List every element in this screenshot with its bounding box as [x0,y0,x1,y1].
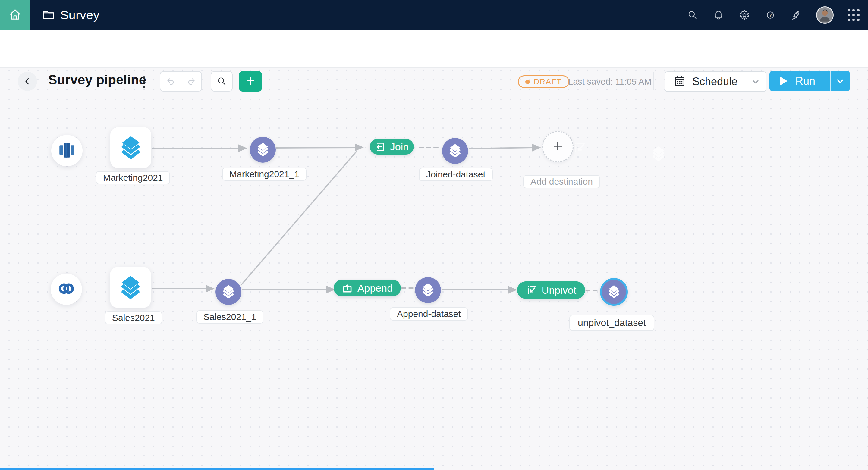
folder-icon [42,8,55,22]
transform-node-unpivot[interactable]: Unpivot [517,281,585,299]
dataset-layers-icon [448,144,462,158]
dataset-layers-icon [421,283,435,298]
undo-redo-group [160,71,202,92]
title-more-menu[interactable] [141,76,148,88]
workspace-breadcrumb[interactable]: Survey [42,0,100,30]
ghost-unpivot-icon [572,141,587,156]
dataset-node-unpivot[interactable] [600,278,628,306]
join-label: Join [390,141,409,153]
whats-new-rocket-icon[interactable] [790,9,802,21]
calendar-icon [674,75,686,88]
stage-node-marketing-1[interactable] [250,137,276,163]
redshift-icon [59,142,75,159]
avatar[interactable] [816,6,834,24]
search-icon[interactable] [687,9,699,21]
topbar-actions: ? [687,0,860,30]
dataset-card-marketing[interactable] [110,127,151,168]
status-dot [525,80,530,84]
pipeline-stage: Marketing2021 Marketing2021_1 Join Joine… [0,0,868,470]
append-label: Append [358,282,393,294]
dataset-layers-icon [607,285,621,299]
workspace-name: Survey [60,8,100,22]
crm-link-icon [58,280,75,298]
add-destination-node[interactable]: + [542,131,574,162]
node-label-joined-dataset[interactable]: Joined-dataset [419,168,493,181]
dataset-card-sales[interactable] [110,267,151,308]
horizontal-scrollbar[interactable] [0,468,434,470]
append-icon [342,283,352,293]
ghost-dataset-icon [651,146,666,162]
node-label-marketing[interactable]: Marketing2021 [96,171,170,184]
schedule-button[interactable]: Schedule [664,71,767,92]
top-bar: Survey ? [0,0,868,30]
dataset-layers-icon [221,284,236,300]
unpivot-label: Unpivot [541,284,576,296]
node-label-marketing-1[interactable]: Marketing2021_1 [222,167,307,181]
toolbar-divider [653,72,654,90]
svg-text:?: ? [769,12,772,18]
run-label: Run [795,75,815,87]
source-node-redshift[interactable] [51,135,83,166]
run-dropdown-chevron-icon[interactable] [831,76,850,86]
transform-node-append[interactable]: Append [334,280,401,296]
dataset-layers-icon [119,275,142,300]
back-button[interactable] [18,72,37,91]
redo-button[interactable] [181,72,201,91]
unpivot-icon [526,285,537,295]
dataset-node-joined[interactable] [442,138,468,164]
home-button[interactable] [0,0,30,30]
schedule-label: Schedule [692,75,738,88]
source-node-crm[interactable] [51,274,82,305]
node-label-add-destination[interactable]: Add destination [523,175,600,188]
connector-lines [0,0,868,470]
dataset-node-append[interactable] [415,277,441,303]
page-title: Survey pipeline [48,72,146,87]
home-icon [8,7,22,23]
node-label-unpivot-dataset[interactable]: unpivot_dataset [569,315,654,331]
dataset-layers-icon [256,142,270,157]
node-label-sales[interactable]: Sales2021 [105,311,162,324]
plus-icon: + [246,73,255,89]
pipeline-toolbar: Survey pipeline + DRAFT Last saved: 11:0… [0,30,868,68]
plus-icon: + [553,136,563,155]
help-icon[interactable]: ? [764,9,776,21]
last-saved-text: Last saved: 11:05 AM [568,75,652,88]
settings-gear-icon[interactable] [738,9,750,21]
status-badge: DRAFT [518,75,569,88]
dataset-layers-icon [119,135,143,160]
undo-button[interactable] [160,72,181,91]
join-icon [375,142,385,152]
transform-node-join[interactable]: Join [370,139,414,155]
node-label-append-dataset[interactable]: Append-dataset [390,307,468,320]
run-button[interactable]: Run [770,71,850,91]
add-node-button[interactable]: + [239,71,262,92]
app-grid-icon[interactable] [847,9,860,21]
node-label-sales-1[interactable]: Sales2021_1 [196,310,264,323]
canvas-search-button[interactable] [211,71,233,92]
notifications-bell-icon[interactable] [712,9,724,21]
schedule-dropdown-chevron-icon[interactable] [745,77,766,86]
play-icon [780,76,787,86]
stage-node-sales-1[interactable] [216,279,241,305]
